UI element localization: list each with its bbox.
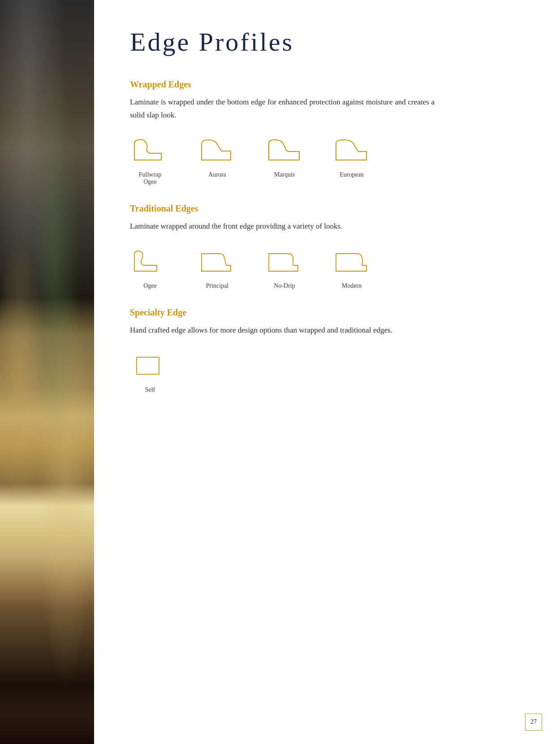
page-title: Edge Profiles (130, 27, 524, 57)
specialty-edge-title: Specialty Edge (130, 307, 524, 318)
traditional-edges-section: Traditional Edges Laminate wrapped aroun… (130, 203, 524, 290)
specialty-edge-desc: Hand crafted edge allows for more design… (130, 324, 435, 337)
main-content: Edge Profiles Wrapped Edges Laminate is … (94, 0, 560, 744)
edge-item-european: European (332, 135, 372, 186)
edge-item-aurora: Aurora (197, 135, 237, 186)
specialty-edge-profiles: Self (130, 350, 524, 394)
modern-icon (332, 247, 372, 278)
traditional-edges-desc: Laminate wrapped around the front edge p… (130, 220, 435, 233)
edge-item-marquis: Marquis (264, 135, 305, 186)
traditional-edges-profiles: Ogee Principal No-Drip (130, 247, 524, 290)
self-label: Self (145, 386, 155, 394)
edge-item-fullwrap-ogee: FullwrapOgee (130, 135, 170, 186)
wrapped-edges-profiles: FullwrapOgee Aurora Marquis (130, 135, 524, 186)
edge-item-modern: Modern (332, 247, 372, 290)
modern-label: Modern (342, 282, 362, 290)
fullwrap-ogee-label: FullwrapOgee (139, 171, 162, 186)
page-number: 27 (525, 714, 542, 731)
specialty-edge-section: Specialty Edge Hand crafted edge allows … (130, 307, 524, 394)
nodrip-icon (264, 247, 305, 278)
marquis-label: Marquis (274, 171, 295, 178)
principal-icon (197, 247, 237, 278)
wrapped-edges-section: Wrapped Edges Laminate is wrapped under … (130, 79, 524, 186)
nodrip-label: No-Drip (274, 282, 295, 290)
sidebar-image (0, 0, 94, 744)
edge-item-ogee: Ogee (130, 247, 170, 290)
european-icon (332, 135, 372, 167)
aurora-label: Aurora (208, 171, 226, 178)
fullwrap-ogee-icon (130, 135, 170, 167)
wrapped-edges-desc: Laminate is wrapped under the bottom edg… (130, 96, 435, 122)
sidebar (0, 0, 94, 744)
edge-item-nodrip: No-Drip (264, 247, 305, 290)
aurora-icon (197, 135, 237, 167)
trad-ogee-label: Ogee (143, 282, 157, 290)
wrapped-edges-title: Wrapped Edges (130, 79, 524, 90)
traditional-edges-title: Traditional Edges (130, 203, 524, 214)
edge-item-self: Self (130, 350, 170, 394)
trad-ogee-icon (130, 247, 170, 278)
european-label: European (340, 171, 364, 178)
principal-label: Principal (206, 282, 229, 290)
self-icon (130, 350, 170, 382)
svg-rect-0 (137, 357, 159, 374)
edge-item-principal: Principal (197, 247, 237, 290)
marquis-icon (264, 135, 305, 167)
